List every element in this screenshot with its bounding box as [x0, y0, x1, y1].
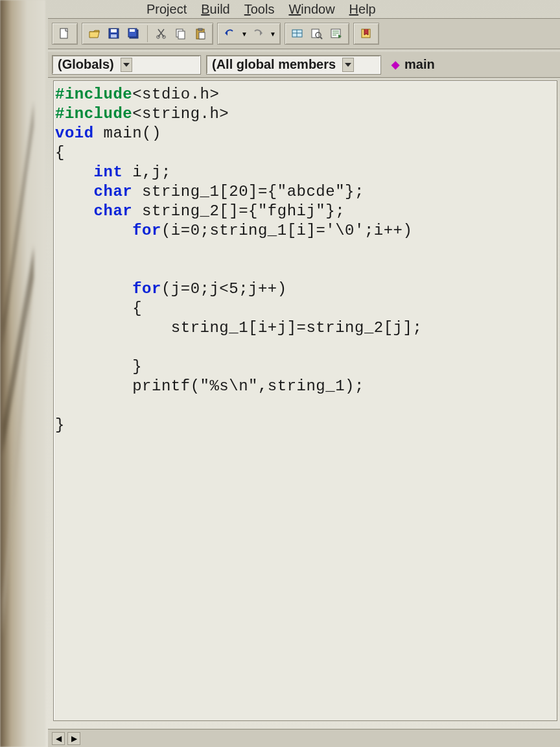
bookmark-icon[interactable] [358, 25, 375, 42]
wizard-bar: (Globals) (All global members ◆ main [48, 52, 560, 78]
svg-rect-12 [198, 29, 202, 30]
open-icon[interactable] [86, 25, 103, 42]
svg-rect-2 [111, 29, 117, 32]
undo-icon[interactable] [222, 25, 239, 42]
function-combo[interactable]: ◆ main [386, 55, 464, 75]
scope-combo[interactable]: (Globals) [52, 55, 201, 75]
scope-combo-label: (Globals) [58, 57, 114, 72]
menu-tools[interactable]: Tools [244, 2, 275, 17]
code-content[interactable]: #include<stdio.h> #include<string.h> voi… [54, 81, 557, 439]
main-toolbar: ▼ ▼ [48, 18, 560, 49]
diamond-icon: ◆ [391, 58, 399, 71]
tab-strip: ◀ ▶ [48, 729, 560, 747]
redo-icon[interactable] [250, 25, 267, 42]
new-file-icon[interactable] [56, 25, 73, 42]
paste-icon[interactable] [192, 25, 209, 42]
svg-rect-3 [111, 34, 117, 38]
menu-bar: Project Build Tools Window Help [143, 0, 560, 18]
svg-rect-6 [130, 29, 135, 32]
members-combo[interactable]: (All global members [206, 55, 381, 75]
function-combo-label: main [404, 57, 435, 72]
chevron-down-icon[interactable] [342, 58, 354, 72]
svg-rect-10 [178, 31, 185, 39]
svg-rect-13 [199, 32, 205, 39]
menu-project[interactable]: Project [146, 2, 187, 17]
save-icon[interactable] [106, 25, 122, 42]
scroll-left-icon[interactable]: ◀ [52, 732, 65, 745]
find-in-files-icon[interactable] [328, 25, 345, 42]
svg-marker-15 [260, 30, 262, 36]
svg-marker-14 [225, 30, 228, 36]
chevron-down-icon[interactable] [121, 58, 132, 72]
find-icon[interactable] [309, 25, 325, 42]
members-combo-label: (All global members [212, 57, 336, 72]
redo-dropdown-icon[interactable]: ▼ [270, 30, 276, 38]
scroll-right-icon[interactable]: ▶ [67, 732, 80, 745]
svg-rect-19 [312, 29, 319, 38]
copy-icon[interactable] [172, 25, 189, 42]
code-editor[interactable]: #include<stdio.h> #include<string.h> voi… [53, 80, 557, 721]
menu-help[interactable]: Help [349, 2, 376, 17]
menu-build[interactable]: Build [201, 2, 229, 17]
photo-edge [0, 0, 45, 747]
save-all-icon[interactable] [125, 25, 142, 42]
menu-window[interactable]: Window [288, 2, 334, 17]
undo-dropdown-icon[interactable]: ▼ [241, 30, 248, 38]
workspace-icon[interactable] [289, 25, 306, 42]
cut-icon[interactable] [153, 25, 170, 42]
svg-line-21 [320, 37, 322, 39]
